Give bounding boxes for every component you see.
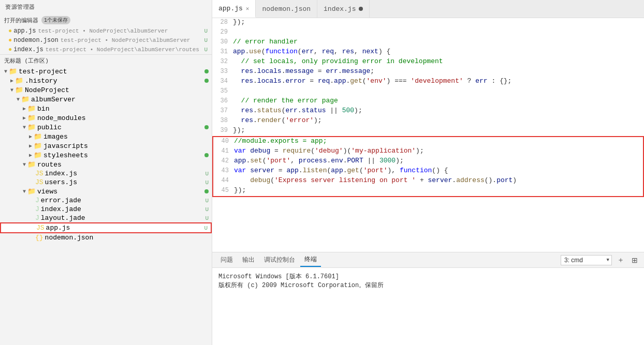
- terminal-tab-debug[interactable]: 调试控制台: [260, 253, 299, 266]
- code-line-39: 39 });: [212, 126, 644, 136]
- tree-item-nodeproject[interactable]: ▼ 📁 NodeProject: [0, 85, 212, 95]
- js-file-icon: ●: [8, 46, 12, 53]
- folder-icon: 📁: [27, 104, 36, 113]
- tree-item-public[interactable]: ▼ 📁 public: [0, 123, 212, 132]
- tab-indexjs[interactable]: index.js: [317, 0, 370, 18]
- tree-item-javascripts[interactable]: ▶ 📁 javascripts: [0, 141, 212, 151]
- split-terminal-button[interactable]: ⊞: [630, 255, 640, 265]
- line-content: app.set('port', process.env.PORT || 3000…: [234, 157, 643, 164]
- tree-item-layoutjade[interactable]: J layout.jade U: [0, 214, 212, 222]
- line-number: 38: [212, 117, 233, 124]
- highlighted-code-block: 40 //module.exports = app; 41 var debug …: [212, 136, 644, 197]
- open-editors-label: 打开的编辑器: [4, 17, 38, 24]
- js-file-icon: JS: [35, 170, 43, 177]
- terminal-tab-output[interactable]: 输出: [238, 253, 259, 266]
- tree-item-history[interactable]: ▶ 📁 .history: [0, 76, 212, 85]
- modified-dot: [204, 153, 209, 157]
- tree-item-bin[interactable]: ▶ 📁 bin: [0, 104, 212, 113]
- line-content: res.locals.message = err.message;: [233, 67, 644, 75]
- app-container: 资源管理器 打开的编辑器 1个未保存 ● app.js test-project…: [0, 0, 644, 345]
- line-number: 32: [212, 58, 233, 65]
- code-line-36: 36 // render the error page: [212, 97, 644, 107]
- tree-item-test-project[interactable]: ▼ 📁 test-project: [0, 67, 212, 76]
- open-editor-nodemon[interactable]: ● nodemon.json test-project • NodeProjec…: [0, 36, 212, 45]
- unsaved-indicator: U: [204, 47, 208, 53]
- code-line-34: 34 res.locals.error = req.app.get('env')…: [212, 77, 644, 87]
- line-content: // set locals, only providing error in d…: [233, 57, 644, 65]
- open-editors-header: 打开的编辑器 1个未保存: [0, 14, 212, 26]
- terminal-content: Microsoft Windows [版本 6.1.7601] 版权所有 (c)…: [212, 268, 644, 345]
- tree-item-node-modules[interactable]: ▶ 📁 node_modules: [0, 113, 212, 123]
- tree-item-appjs-highlighted[interactable]: JS app.js U: [0, 222, 212, 233]
- tab-label: app.js: [218, 5, 243, 12]
- code-line-44: 44 debug('Express server listening on po…: [213, 176, 643, 186]
- tree-item-label: NodeProject: [25, 86, 69, 94]
- chevron-down-icon: ▼: [23, 162, 26, 168]
- line-content: var server = app.listen(app.get('port'),…: [234, 167, 643, 174]
- tree-item-label: albumServer: [31, 96, 76, 103]
- terminal-tab-label: 调试控制台: [264, 257, 295, 264]
- close-icon[interactable]: ✕: [246, 5, 250, 12]
- json-file-icon: {}: [35, 234, 43, 242]
- terminal-tab-problems[interactable]: 问题: [216, 253, 237, 266]
- jade-file-icon: J: [35, 197, 39, 204]
- tree-item-albumserver[interactable]: ▼ 📁 albumServer: [0, 95, 212, 104]
- code-line-41: 41 var debug = require('debug')('my-appl…: [213, 147, 643, 157]
- tree-item-stylesheets[interactable]: ▶ 📁 stylesheets: [0, 151, 212, 160]
- line-number: 30: [212, 38, 233, 46]
- tree-item-nodemonjson[interactable]: {} nodemon.json: [0, 233, 212, 242]
- code-line-35: 35: [212, 87, 644, 97]
- open-editor-appjs[interactable]: ● app.js test-project • NodeProject\albu…: [0, 26, 212, 36]
- file-tree: ▼ 📁 test-project ▶ 📁 .history ▼ 📁 NodePr…: [0, 67, 212, 345]
- terminal-area: 问题 输出 调试控制台 终端 3: cmd 1: bash 2:: [212, 252, 644, 345]
- tab-nodemonjson[interactable]: nodemon.json: [256, 0, 317, 18]
- editor-filename: app.js: [13, 27, 36, 35]
- tree-item-routes-indexjs[interactable]: JS index.js U: [0, 169, 212, 178]
- chevron-right-icon: ▶: [23, 106, 26, 112]
- tree-item-label: javascripts: [43, 142, 88, 150]
- open-editor-indexjs[interactable]: ● index.js test-project • NodeProject\al…: [0, 45, 212, 54]
- tree-item-label: node_modules: [37, 114, 86, 122]
- tree-item-label: index.jade: [41, 205, 81, 213]
- code-line-40: 40 //module.exports = app;: [213, 137, 643, 147]
- terminal-instance-select[interactable]: 3: cmd 1: bash 2: powershell: [561, 255, 612, 265]
- line-number: 35: [212, 87, 233, 95]
- main-area: app.js ✕ nodemon.json index.js 28 });: [212, 0, 644, 345]
- line-number: 43: [213, 167, 234, 174]
- chevron-right-icon: ▶: [29, 133, 32, 140]
- line-content: res.locals.error = req.app.get('env') ==…: [233, 77, 644, 85]
- tree-item-views[interactable]: ▼ 📁 views: [0, 187, 212, 196]
- unsaved-badge: 1个未保存: [41, 16, 70, 24]
- unsaved-dot: [359, 7, 363, 11]
- terminal-line-1: Microsoft Windows [版本 6.1.7601]: [218, 272, 638, 281]
- open-editors-section: 打开的编辑器 1个未保存 ● app.js test-project • Nod…: [0, 14, 212, 55]
- line-number: 36: [212, 97, 233, 104]
- tree-item-routes[interactable]: ▼ 📁 routes: [0, 160, 212, 169]
- json-file-icon: ●: [8, 37, 12, 44]
- modified-dot: [204, 69, 209, 73]
- tree-item-errorjade[interactable]: J error.jade U: [0, 196, 212, 205]
- code-editor: 28 }); 29 30 // error handler 31 app.use…: [212, 18, 644, 252]
- editor-filepath: test-project • NodeProject\albumServer: [38, 28, 168, 34]
- chevron-down-icon: ▼: [23, 189, 26, 194]
- add-terminal-button[interactable]: ＋: [615, 254, 626, 266]
- tab-label: index.js: [324, 5, 356, 13]
- terminal-tab-terminal[interactable]: 终端: [300, 253, 321, 267]
- js-file-icon: JS: [36, 224, 45, 232]
- sidebar-title: 资源管理器: [0, 0, 212, 14]
- tabs-bar: app.js ✕ nodemon.json index.js: [212, 0, 644, 18]
- terminal-tabs-bar: 问题 输出 调试控制台 终端 3: cmd 1: bash 2:: [212, 252, 644, 268]
- tree-item-label: app.js: [46, 224, 70, 232]
- tab-appjs[interactable]: app.js ✕: [212, 0, 256, 18]
- unsaved-label: U: [205, 206, 209, 213]
- folder-icon: 📁: [27, 114, 36, 122]
- tree-item-label: nodemon.json: [45, 234, 94, 242]
- line-number: 39: [212, 127, 233, 134]
- code-line-45: 45 });: [213, 186, 643, 196]
- tree-item-images[interactable]: ▶ 📁 images: [0, 132, 212, 141]
- editor-filepath: test-project • NodeProject\albumServer\r…: [46, 47, 199, 53]
- tree-item-usersjs[interactable]: JS users.js U: [0, 178, 212, 187]
- line-content: //module.exports = app;: [234, 137, 643, 145]
- terminal-tab-label: 输出: [242, 257, 255, 264]
- tree-item-indexjade[interactable]: J index.jade U: [0, 205, 212, 214]
